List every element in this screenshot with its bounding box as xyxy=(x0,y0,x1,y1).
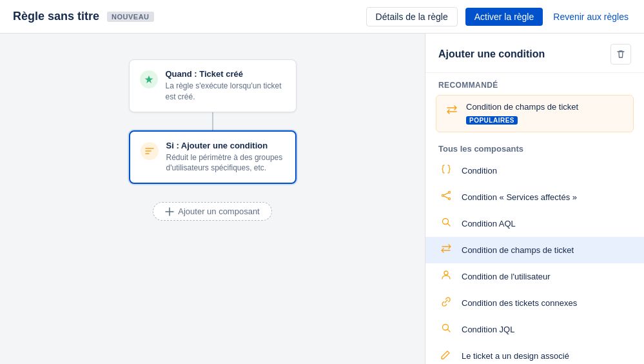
share-icon xyxy=(438,190,454,205)
app-header: Règle sans titre NOUVEAU Détails de la r… xyxy=(0,0,644,34)
component-label-condition-tickets-connexes: Condition des tickets connexes xyxy=(462,298,577,308)
trigger-icon xyxy=(140,70,158,88)
recommended-item-badge: POPULAIRES xyxy=(466,116,518,125)
recommended-label: Recommandé xyxy=(425,73,644,95)
component-label-condition-jql: Condition JQL xyxy=(462,325,514,334)
search-icon xyxy=(438,216,454,231)
component-item-condition-services-affectes[interactable]: Condition « Services affectés » xyxy=(425,184,644,210)
component-item-condition-jql[interactable]: Condition JQL xyxy=(425,316,644,343)
condition-title: Si : Ajouter une condition xyxy=(166,141,285,150)
svg-point-2 xyxy=(442,195,444,197)
panel-title: Ajouter une condition xyxy=(438,48,545,60)
search-icon xyxy=(438,322,454,337)
component-item-condition-champs-ticket[interactable]: Condition de champs de ticket xyxy=(425,237,644,263)
component-label-condition-aql: Condition AQL xyxy=(462,219,516,228)
transfer-icon xyxy=(438,243,454,258)
svg-point-0 xyxy=(449,192,451,194)
components-list: ConditionCondition « Services affectés »… xyxy=(425,157,644,364)
connector-line xyxy=(212,112,213,130)
trigger-text: Quand : Ticket créé La règle s'exécute l… xyxy=(166,69,286,103)
svg-point-1 xyxy=(449,198,451,200)
main-content: Quand : Ticket créé La règle s'exécute l… xyxy=(0,34,644,364)
component-item-condition[interactable]: Condition xyxy=(425,157,644,184)
back-button[interactable]: Revenir aux règles xyxy=(551,8,631,26)
component-label-condition-champs-ticket: Condition de champs de ticket xyxy=(462,245,574,255)
svg-point-4 xyxy=(444,271,448,275)
trigger-node: Quand : Ticket créé La règle s'exécute l… xyxy=(129,59,297,112)
page-title: Règle sans titre xyxy=(13,10,99,23)
link-icon xyxy=(438,296,454,310)
condition-desc: Réduit le périmètre à des groupes d'util… xyxy=(166,152,285,174)
trigger-title: Quand : Ticket créé xyxy=(166,69,286,79)
recommended-item[interactable]: Condition de champs de ticket POPULAIRES xyxy=(436,95,634,132)
header-actions: Détails de la règle Activer la règle Rev… xyxy=(366,7,631,26)
component-item-condition-tickets-connexes[interactable]: Condition des tickets connexes xyxy=(425,290,644,316)
user-icon xyxy=(438,269,454,284)
details-button[interactable]: Détails de la règle xyxy=(366,7,458,26)
trigger-desc: La règle s'exécute lorsqu'un ticket est … xyxy=(166,81,286,103)
status-badge: NOUVEAU xyxy=(107,12,154,22)
trigger-card[interactable]: Quand : Ticket créé La règle s'exécute l… xyxy=(129,59,297,112)
component-label-le-ticket-design: Le ticket a un design associé xyxy=(462,351,569,361)
recommended-text: Condition de champs de ticket POPULAIRES xyxy=(466,102,578,125)
recommended-icon xyxy=(445,103,458,119)
component-label-condition: Condition xyxy=(462,166,497,176)
condition-icon xyxy=(141,142,159,160)
panel-header: Ajouter une condition xyxy=(425,34,644,73)
add-component-button[interactable]: Ajouter un composant xyxy=(153,202,271,221)
component-item-le-ticket-design[interactable]: Le ticket a un design associé xyxy=(425,343,644,364)
component-label-condition-services-affectes: Condition « Services affectés » xyxy=(462,192,577,202)
component-item-condition-aql[interactable]: Condition AQL xyxy=(425,210,644,237)
pencil-icon xyxy=(438,349,454,363)
delete-button[interactable] xyxy=(610,44,631,65)
right-panel: Ajouter une condition Recommandé Conditi… xyxy=(425,34,644,364)
activate-button[interactable]: Activer la règle xyxy=(465,8,543,26)
condition-card[interactable]: Si : Ajouter une condition Réduit le pér… xyxy=(129,130,297,185)
rule-canvas: Quand : Ticket créé La règle s'exécute l… xyxy=(0,34,425,364)
curly-icon xyxy=(438,163,454,178)
condition-text: Si : Ajouter une condition Réduit le pér… xyxy=(166,141,285,174)
condition-node: Si : Ajouter une condition Réduit le pér… xyxy=(129,130,297,185)
recommended-item-label: Condition de champs de ticket xyxy=(466,102,578,112)
add-component-label: Ajouter un composant xyxy=(178,207,259,216)
all-components-label: Tous les composants xyxy=(425,135,644,157)
component-item-condition-utilisateur[interactable]: Condition de l'utilisateur xyxy=(425,263,644,290)
component-label-condition-utilisateur: Condition de l'utilisateur xyxy=(462,272,551,281)
